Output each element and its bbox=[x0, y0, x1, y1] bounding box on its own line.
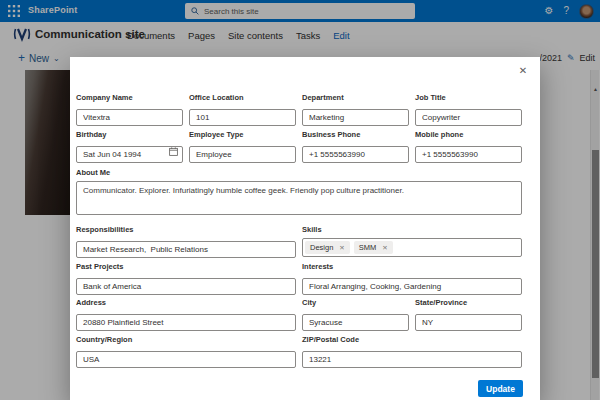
state-province-input[interactable] bbox=[415, 314, 522, 331]
close-icon[interactable]: ✕ bbox=[515, 63, 531, 79]
job-title-input[interactable] bbox=[415, 109, 522, 126]
field-mobile-phone: Mobile phone bbox=[415, 130, 522, 163]
calendar-icon[interactable] bbox=[169, 147, 178, 156]
business-phone-input[interactable] bbox=[302, 146, 409, 163]
interests-label: Interests bbox=[302, 262, 522, 271]
address-label: Address bbox=[76, 298, 296, 307]
past-projects-input[interactable] bbox=[76, 278, 296, 295]
field-past-projects: Past Projects bbox=[76, 262, 296, 295]
skill-tag-label: Design bbox=[310, 243, 333, 252]
about-me-label: About Me bbox=[76, 168, 522, 177]
tag-remove-icon[interactable]: ✕ bbox=[382, 244, 387, 252]
business-phone-label: Business Phone bbox=[302, 130, 409, 139]
past-projects-label: Past Projects bbox=[76, 262, 296, 271]
field-job-title: Job Title bbox=[415, 93, 522, 126]
field-city: City bbox=[302, 298, 409, 331]
edit-profile-dialog: ✕ Company Name Office Location Departmen… bbox=[70, 57, 540, 400]
responsibilities-label: Responsibilities bbox=[76, 225, 296, 234]
employee-type-input[interactable] bbox=[189, 146, 296, 163]
mobile-phone-input[interactable] bbox=[415, 146, 522, 163]
employee-type-label: Employee Type bbox=[189, 130, 296, 139]
field-business-phone: Business Phone bbox=[302, 130, 409, 163]
zip-postal-code-input[interactable] bbox=[302, 351, 522, 368]
skill-tag: SMM ✕ bbox=[354, 241, 393, 254]
interests-input[interactable] bbox=[302, 278, 522, 295]
field-employee-type: Employee Type bbox=[189, 130, 296, 163]
company-name-label: Company Name bbox=[76, 93, 183, 102]
field-department: Department bbox=[302, 93, 409, 126]
field-about-me: About Me Communicator. Explorer. Infuria… bbox=[76, 168, 522, 215]
skills-label: Skills bbox=[302, 225, 522, 234]
field-country-region: Country/Region bbox=[76, 335, 296, 368]
responsibilities-input[interactable] bbox=[76, 241, 296, 258]
job-title-label: Job Title bbox=[415, 93, 522, 102]
skill-tag: Design ✕ bbox=[305, 241, 350, 254]
department-input[interactable] bbox=[302, 109, 409, 126]
skills-tag-input[interactable]: Design ✕ SMM ✕ bbox=[302, 238, 522, 257]
about-me-textarea[interactable]: Communicator. Explorer. Infuriatingly hu… bbox=[76, 181, 522, 215]
field-interests: Interests bbox=[302, 262, 522, 295]
city-input[interactable] bbox=[302, 314, 409, 331]
field-company-name: Company Name bbox=[76, 93, 183, 126]
update-button[interactable]: Update bbox=[478, 380, 523, 397]
field-zip-postal-code: ZIP/Postal Code bbox=[302, 335, 522, 368]
field-skills: Skills Design ✕ SMM ✕ bbox=[302, 225, 522, 257]
address-input[interactable] bbox=[76, 314, 296, 331]
birthday-label: Birthday bbox=[76, 130, 183, 139]
company-name-input[interactable] bbox=[76, 109, 183, 126]
field-birthday: Birthday bbox=[76, 130, 183, 163]
field-state-province: State/Province bbox=[415, 298, 522, 331]
office-location-label: Office Location bbox=[189, 93, 296, 102]
tag-remove-icon[interactable]: ✕ bbox=[339, 244, 344, 252]
office-location-input[interactable] bbox=[189, 109, 296, 126]
country-region-input[interactable] bbox=[76, 351, 296, 368]
skill-tag-label: SMM bbox=[359, 243, 377, 252]
mobile-phone-label: Mobile phone bbox=[415, 130, 522, 139]
field-address: Address bbox=[76, 298, 296, 331]
zip-postal-code-label: ZIP/Postal Code bbox=[302, 335, 522, 344]
screen: SharePoint ⚙ ? Communication site Docume… bbox=[0, 0, 600, 400]
department-label: Department bbox=[302, 93, 409, 102]
field-responsibilities: Responsibilities bbox=[76, 225, 296, 258]
state-province-label: State/Province bbox=[415, 298, 522, 307]
city-label: City bbox=[302, 298, 409, 307]
country-region-label: Country/Region bbox=[76, 335, 296, 344]
field-office-location: Office Location bbox=[189, 93, 296, 126]
birthday-input[interactable] bbox=[76, 146, 183, 163]
